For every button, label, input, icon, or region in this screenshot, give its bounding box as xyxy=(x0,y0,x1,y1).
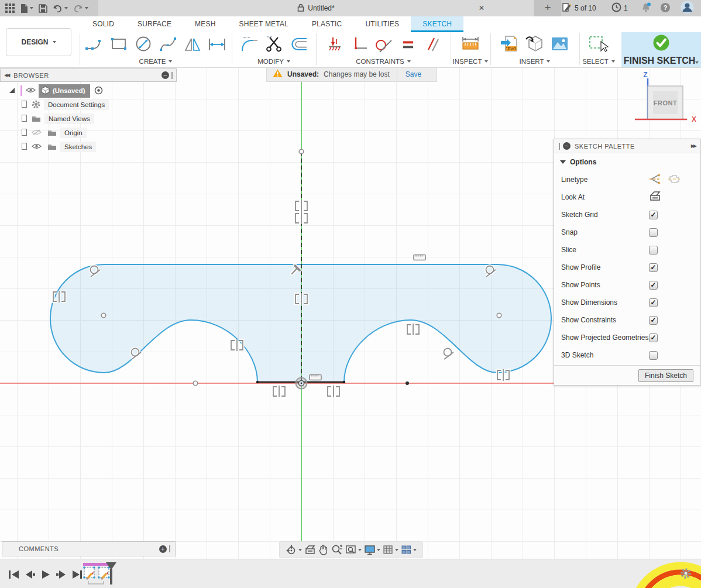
symmetry-constraint-glyph[interactable] xyxy=(497,369,509,381)
step-forward-button[interactable] xyxy=(56,569,67,582)
save-link[interactable]: Save xyxy=(406,70,421,78)
browser-item-sketches[interactable]: Sketches xyxy=(0,140,177,154)
browser-item-named-views[interactable]: Named Views xyxy=(0,112,177,126)
undo-icon[interactable] xyxy=(53,4,68,13)
pan-icon[interactable] xyxy=(318,544,329,555)
snap-checkbox[interactable] xyxy=(649,228,658,237)
origin-point[interactable] xyxy=(296,378,307,389)
spline-tool-icon[interactable] xyxy=(157,34,178,54)
vertical-constraint-icon[interactable] xyxy=(348,34,369,54)
drag-grip[interactable] xyxy=(171,72,173,79)
display-settings-icon[interactable] xyxy=(364,545,380,555)
expander-closed-icon[interactable] xyxy=(22,129,29,136)
tangent-constraint-glyph[interactable] xyxy=(444,349,454,360)
viewports-icon[interactable] xyxy=(401,545,417,555)
trim-tool-icon[interactable] xyxy=(263,34,284,54)
visibility-eye-icon[interactable] xyxy=(32,143,42,151)
ribbon-tab-sheet-metal[interactable]: SHEET METAL xyxy=(228,16,300,32)
ribbon-tab-surface[interactable]: SURFACE xyxy=(126,16,183,32)
browser-minimize-icon[interactable]: − xyxy=(161,71,169,79)
go-to-start-button[interactable] xyxy=(8,569,20,582)
ribbon-tab-sketch[interactable]: SKETCH xyxy=(411,16,463,32)
show-projected-geometries-checkbox[interactable]: ✓ xyxy=(649,333,658,342)
sketch-point[interactable] xyxy=(343,381,345,383)
ribbon-tab-mesh[interactable]: MESH xyxy=(183,16,227,32)
select-tool-icon[interactable] xyxy=(588,34,609,54)
zoom-icon[interactable] xyxy=(331,544,343,555)
line-tool-icon[interactable] xyxy=(84,34,105,54)
show-dimensions-checkbox[interactable]: ✓ xyxy=(649,298,658,307)
canvas-tool-icon[interactable] xyxy=(549,34,570,54)
3d-sketch-checkbox[interactable] xyxy=(649,351,658,360)
file-menu-icon[interactable] xyxy=(20,4,33,13)
dimension-tool-icon[interactable] xyxy=(207,34,228,54)
sketch-point[interactable] xyxy=(101,313,106,318)
measure-tool-icon[interactable] xyxy=(460,34,481,54)
palette-finish-sketch-button[interactable]: Finish Sketch xyxy=(638,369,693,382)
collapse-right-icon[interactable]: ▶▶ xyxy=(691,143,696,149)
expander-open-icon[interactable] xyxy=(9,87,19,94)
drag-grip[interactable] xyxy=(559,143,560,150)
document-tab[interactable]: Untitled* × xyxy=(98,0,534,16)
browser-header[interactable]: ◀◀ BROWSER − xyxy=(0,68,177,82)
recent-activity[interactable]: 1 xyxy=(611,0,628,16)
add-comment-icon[interactable]: + xyxy=(159,545,167,553)
expander-closed-icon[interactable] xyxy=(22,101,29,108)
coincident-constraint-icon[interactable] xyxy=(324,34,345,54)
symmetry-constraint-glyph[interactable] xyxy=(328,386,339,397)
sketch-point[interactable] xyxy=(497,313,501,318)
sketch-point[interactable] xyxy=(406,381,409,385)
symmetry-constraint-glyph[interactable] xyxy=(295,200,307,212)
sketch-grid-checkbox[interactable]: ✓ xyxy=(649,211,658,219)
parallel-constraint-icon[interactable] xyxy=(422,34,443,54)
app-grid-icon[interactable] xyxy=(5,4,15,13)
insert-mesh-tool-icon[interactable] xyxy=(524,34,545,54)
sketch-point[interactable] xyxy=(256,381,259,383)
drag-grip[interactable] xyxy=(169,545,170,552)
symmetry-constraint-glyph[interactable] xyxy=(407,324,419,335)
step-back-button[interactable] xyxy=(24,569,36,582)
symmetry-constraint-glyph[interactable] xyxy=(273,386,285,397)
activate-radio-icon[interactable] xyxy=(94,86,103,96)
job-status[interactable]: 5 of 10 xyxy=(562,0,596,16)
symmetry-constraint-glyph[interactable] xyxy=(231,339,243,351)
root-label[interactable]: (Unsaved) xyxy=(39,84,90,98)
redo-icon[interactable] xyxy=(73,4,88,13)
ribbon-tab-utilities[interactable]: UTILITIES xyxy=(353,16,411,32)
sketch-point[interactable] xyxy=(193,381,198,386)
insert-dropdown[interactable]: INSERT xyxy=(520,58,551,65)
orbit-icon[interactable] xyxy=(286,544,302,556)
user-account[interactable] xyxy=(681,0,694,16)
construction-linetype-icon[interactable] xyxy=(649,173,662,187)
show-points-checkbox[interactable]: ✓ xyxy=(649,281,658,290)
equal-constraint-icon[interactable] xyxy=(397,34,418,54)
browser-root-item[interactable]: (Unsaved) xyxy=(0,84,177,98)
tangent-constraint-icon[interactable] xyxy=(373,34,394,54)
visibility-eye-icon[interactable] xyxy=(26,87,36,95)
fillet-tool-icon[interactable] xyxy=(239,34,260,54)
insert-svg-tool-icon[interactable]: SVG xyxy=(500,34,521,54)
ribbon-tab-solid[interactable]: SOLID xyxy=(81,16,126,32)
browser-item-document-settings[interactable]: Document Settings xyxy=(0,98,177,112)
timeline-playhead[interactable] xyxy=(105,561,118,586)
show-constraints-checkbox[interactable]: ✓ xyxy=(649,316,658,325)
projection-linetype-icon[interactable] xyxy=(667,173,681,187)
palette-minimize-icon[interactable]: − xyxy=(563,142,571,150)
select-dropdown[interactable]: SELECT xyxy=(582,58,615,65)
save-icon[interactable] xyxy=(39,4,47,13)
slice-checkbox[interactable] xyxy=(649,246,658,255)
show-profile-checkbox[interactable]: ✓ xyxy=(649,263,658,272)
close-tab-icon[interactable]: × xyxy=(476,2,487,15)
inspect-dropdown[interactable]: INSPECT xyxy=(453,58,489,65)
look-at-icon[interactable] xyxy=(649,191,661,204)
workspace-selector[interactable]: DESIGN xyxy=(6,28,71,56)
ribbon-tab-plastic[interactable]: PLASTIC xyxy=(300,16,353,32)
sketch-feature-icon[interactable] xyxy=(83,566,95,579)
mirror-tool-icon[interactable] xyxy=(182,34,203,54)
look-at-icon[interactable] xyxy=(304,545,316,555)
options-section-header[interactable]: Options xyxy=(554,153,700,171)
comments-header[interactable]: COMMENTS + xyxy=(2,541,176,556)
rectangle-tool-icon[interactable] xyxy=(108,34,129,54)
browser-item-origin[interactable]: Origin xyxy=(0,126,177,140)
viewcube[interactable]: FRONT Z X xyxy=(632,70,701,124)
